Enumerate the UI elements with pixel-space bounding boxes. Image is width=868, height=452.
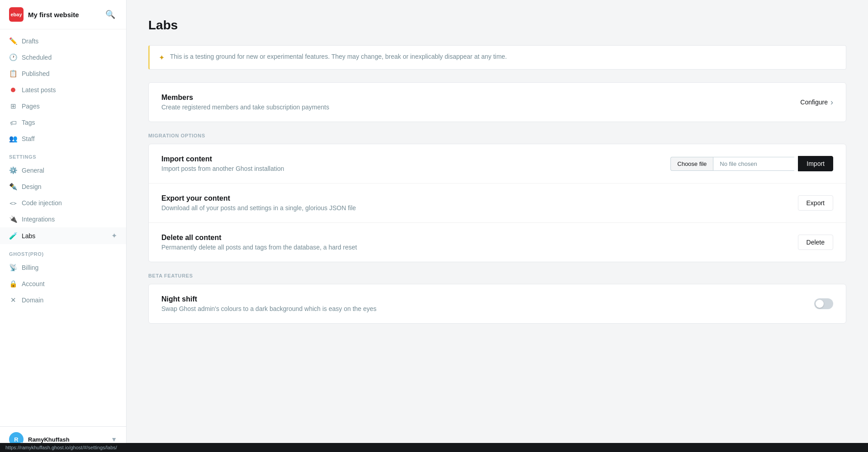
- export-description: Download all of your posts and settings …: [161, 204, 356, 212]
- import-button[interactable]: Import: [798, 156, 833, 171]
- sidebar-item-label: General: [22, 167, 44, 174]
- status-bar: https://ramykhuffash.ghost.io/ghost/#/se…: [0, 443, 868, 452]
- nav-item-design[interactable]: ✒️ Design: [0, 179, 126, 195]
- night-shift-description: Swap Ghost admin's colours to a dark bac…: [161, 305, 377, 312]
- general-icon: ⚙️: [9, 166, 17, 174]
- brand-logo: ebay: [9, 7, 24, 22]
- beta-section-label: Beta Features: [148, 273, 846, 278]
- published-icon: 📋: [9, 70, 17, 78]
- nav-item-code-injection[interactable]: <> Code injection: [0, 195, 126, 211]
- nav-item-billing[interactable]: 📡 Billing: [0, 259, 126, 276]
- sidebar-nav: ✏️ Drafts 🕐 Scheduled 📋 Published Latest…: [0, 29, 126, 426]
- sidebar-header: ebay My first website 🔍: [0, 0, 126, 29]
- night-shift-row: Night shift Swap Ghost admin's colours t…: [149, 284, 846, 323]
- integrations-icon: 🔌: [9, 215, 17, 223]
- sidebar-item-label: Staff: [22, 135, 35, 142]
- tags-icon: 🏷: [9, 118, 17, 127]
- sidebar-item-label: Billing: [22, 264, 38, 271]
- drafts-icon: ✏️: [9, 37, 17, 45]
- migration-card: Import content Import posts from another…: [148, 144, 846, 262]
- account-icon: 🔒: [9, 280, 17, 288]
- nav-item[interactable]: ⊞ Pages: [0, 98, 126, 114]
- nav-item[interactable]: Latest posts: [0, 82, 126, 98]
- migration-section-label: Migration Options: [148, 133, 846, 138]
- ghost-pro-section-label: Ghost(Pro): [0, 244, 126, 259]
- members-card: Members Create registered members and ta…: [148, 82, 846, 122]
- export-button[interactable]: Export: [798, 195, 833, 211]
- sidebar-item-label: Code injection: [22, 199, 62, 207]
- night-shift-toggle[interactable]: [814, 298, 833, 309]
- info-icon: ✦: [159, 53, 165, 62]
- delete-button[interactable]: Delete: [798, 235, 833, 250]
- latest-posts-icon: [9, 86, 17, 94]
- design-icon: ✒️: [9, 183, 17, 191]
- choose-file-button[interactable]: Choose file: [670, 157, 713, 171]
- user-chevron-icon: ▼: [111, 436, 117, 443]
- nav-item[interactable]: 🏷 Tags: [0, 114, 126, 131]
- import-description: Import posts from another Ghost installa…: [161, 165, 284, 172]
- members-title: Members: [161, 94, 329, 102]
- nav-item-general[interactable]: ⚙️ General: [0, 162, 126, 179]
- main-content: Labs ✦ This is a testing ground for new …: [127, 0, 868, 452]
- search-button[interactable]: 🔍: [104, 8, 117, 21]
- status-bar-url: https://ramykhuffash.ghost.io/ghost/#/se…: [5, 445, 117, 450]
- import-title: Import content: [161, 155, 284, 163]
- scheduled-icon: 🕐: [9, 53, 17, 61]
- site-name: My first website: [28, 11, 79, 19]
- labs-icon: 🧪: [9, 232, 17, 240]
- nav-item[interactable]: 🕐 Scheduled: [0, 49, 126, 66]
- staff-icon: 👥: [9, 135, 17, 143]
- sidebar-brand: ebay My first website: [9, 7, 79, 22]
- import-row: Import content Import posts from another…: [149, 144, 846, 183]
- nav-item-labs[interactable]: 🧪 Labs ✦: [0, 227, 126, 244]
- configure-link[interactable]: Configure ›: [800, 98, 833, 107]
- night-shift-title: Night shift: [161, 295, 377, 303]
- sidebar-item-label: Drafts: [22, 38, 38, 45]
- file-name-label: No file chosen: [713, 157, 794, 171]
- delete-title: Delete all content: [161, 234, 357, 242]
- pages-icon: ⊞: [9, 102, 17, 110]
- sidebar-item-label: Domain: [22, 297, 43, 304]
- sidebar-item-label: Scheduled: [22, 54, 52, 61]
- delete-row: Delete all content Permanently delete al…: [149, 222, 846, 262]
- export-title: Export your content: [161, 194, 356, 202]
- sidebar-item-label: Labs: [22, 232, 35, 240]
- sidebar-item-label: Integrations: [22, 216, 55, 223]
- user-name: RamyKhuffash: [28, 436, 106, 443]
- members-description: Create registered members and take subsc…: [161, 104, 329, 111]
- code-injection-icon: <>: [9, 199, 17, 207]
- settings-section-label: Settings: [0, 147, 126, 162]
- export-row: Export your content Download all of your…: [149, 183, 846, 222]
- domain-icon: ✕: [9, 296, 17, 304]
- nav-item-integrations[interactable]: 🔌 Integrations: [0, 211, 126, 227]
- info-banner-text: This is a testing ground for new or expe…: [170, 53, 507, 60]
- nav-item[interactable]: 👥 Staff: [0, 131, 126, 147]
- info-banner: ✦ This is a testing ground for new or ex…: [148, 45, 846, 70]
- delete-description: Permanently delete all posts and tags fr…: [161, 244, 357, 251]
- configure-label: Configure: [800, 99, 828, 106]
- sidebar-item-label: Pages: [22, 103, 40, 110]
- billing-icon: 📡: [9, 264, 17, 272]
- chevron-right-icon: ›: [830, 98, 833, 107]
- sidebar-item-label: Tags: [22, 119, 35, 126]
- labs-gear-icon: ✦: [111, 231, 117, 240]
- nav-item-account[interactable]: 🔒 Account: [0, 276, 126, 292]
- sidebar-item-label: Design: [22, 183, 42, 190]
- nav-item-domain[interactable]: ✕ Domain: [0, 292, 126, 308]
- beta-card: Night shift Swap Ghost admin's colours t…: [148, 284, 846, 324]
- nav-item[interactable]: 📋 Published: [0, 66, 126, 82]
- nav-item[interactable]: ✏️ Drafts: [0, 33, 126, 49]
- sidebar-item-label: Account: [22, 280, 45, 287]
- page-title: Labs: [148, 18, 846, 33]
- sidebar: ebay My first website 🔍 ✏️ Drafts 🕐 Sche…: [0, 0, 127, 452]
- sidebar-item-label: Published: [22, 70, 50, 77]
- sidebar-item-label: Latest posts: [22, 86, 56, 94]
- search-icon: 🔍: [105, 10, 115, 19]
- file-input-group: Choose file No file chosen: [670, 157, 794, 171]
